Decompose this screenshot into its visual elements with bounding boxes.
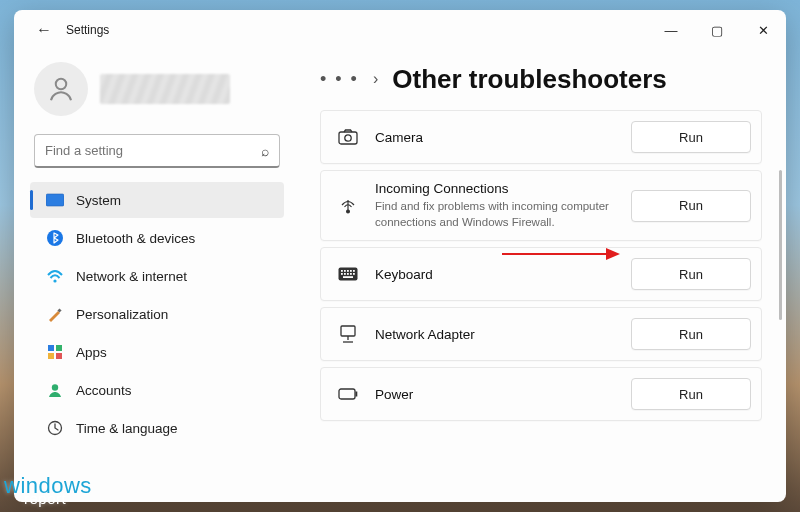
search-icon: ⌕ [261, 143, 269, 159]
svg-rect-6 [48, 345, 54, 351]
svg-point-14 [347, 210, 350, 213]
troubleshooter-title: Camera [375, 130, 615, 145]
page-title: Other troubleshooters [392, 64, 666, 95]
svg-rect-22 [344, 273, 346, 275]
run-button-power[interactable]: Run [631, 378, 751, 410]
breadcrumb-overflow-button[interactable]: • • • [320, 69, 359, 90]
svg-rect-24 [350, 273, 352, 275]
network-adapter-icon [337, 323, 359, 345]
svg-point-10 [52, 384, 58, 390]
apps-icon [46, 343, 64, 361]
run-button-incoming[interactable]: Run [631, 190, 751, 222]
vertical-scrollbar[interactable] [779, 170, 782, 320]
svg-rect-25 [353, 273, 355, 275]
troubleshooter-keyboard: Keyboard Run [320, 247, 762, 301]
system-icon [46, 191, 64, 209]
watermark: windows report [4, 477, 92, 506]
camera-icon [337, 126, 359, 148]
sidebar-item-bluetooth[interactable]: Bluetooth & devices [30, 220, 284, 256]
close-button[interactable]: ✕ [740, 10, 786, 50]
maximize-button[interactable]: ▢ [694, 10, 740, 50]
accounts-icon [46, 381, 64, 399]
svg-rect-26 [343, 276, 353, 278]
sidebar-item-label: Bluetooth & devices [76, 231, 195, 246]
troubleshooter-title: Power [375, 387, 615, 402]
search-box[interactable]: ⌕ [34, 134, 280, 168]
troubleshooter-power: Power Run [320, 367, 762, 421]
troubleshooter-camera: Camera Run [320, 110, 762, 164]
profile-section[interactable] [30, 56, 284, 130]
back-button[interactable]: ← [30, 21, 58, 39]
breadcrumb: • • • › Other troubleshooters [320, 56, 772, 102]
window-controls: — ▢ ✕ [648, 10, 786, 50]
troubleshooter-description: Find and fix problems with incoming comp… [375, 199, 615, 230]
svg-rect-19 [350, 270, 352, 272]
sidebar-item-system[interactable]: System [30, 182, 284, 218]
chevron-right-icon: › [373, 70, 378, 88]
personalization-icon [46, 305, 64, 323]
sidebar-item-label: Apps [76, 345, 107, 360]
nav-list: System Bluetooth & devices Network & int… [30, 182, 284, 446]
svg-rect-27 [341, 326, 355, 336]
sidebar-item-network[interactable]: Network & internet [30, 258, 284, 294]
run-button-network-adapter[interactable]: Run [631, 318, 751, 350]
sidebar-item-personalization[interactable]: Personalization [30, 296, 284, 332]
troubleshooter-title: Keyboard [375, 267, 615, 282]
svg-rect-20 [353, 270, 355, 272]
profile-name-redacted [100, 74, 230, 104]
time-language-icon [46, 419, 64, 437]
svg-rect-18 [347, 270, 349, 272]
sidebar-item-accounts[interactable]: Accounts [30, 372, 284, 408]
svg-rect-7 [56, 345, 62, 351]
svg-rect-17 [344, 270, 346, 272]
incoming-connections-icon [337, 195, 359, 217]
svg-rect-1 [46, 194, 64, 206]
troubleshooter-list: Camera Run Incoming Connections Find and… [320, 110, 772, 421]
sidebar-item-label: Personalization [76, 307, 168, 322]
sidebar: ⌕ System Bluetooth & devices [14, 50, 292, 502]
sidebar-item-label: Time & language [76, 421, 178, 436]
svg-rect-23 [347, 273, 349, 275]
svg-point-4 [53, 279, 56, 282]
keyboard-icon [337, 263, 359, 285]
sidebar-item-apps[interactable]: Apps [30, 334, 284, 370]
sidebar-item-time-language[interactable]: Time & language [30, 410, 284, 446]
minimize-button[interactable]: — [648, 10, 694, 50]
troubleshooter-title: Network Adapter [375, 327, 615, 342]
troubleshooter-network-adapter: Network Adapter Run [320, 307, 762, 361]
svg-point-0 [56, 79, 67, 90]
svg-rect-21 [341, 273, 343, 275]
settings-window: ← Settings — ▢ ✕ ⌕ [14, 10, 786, 502]
run-button-keyboard[interactable]: Run [631, 258, 751, 290]
bluetooth-icon [46, 229, 64, 247]
titlebar: ← Settings — ▢ ✕ [14, 10, 786, 50]
sidebar-item-label: System [76, 193, 121, 208]
svg-rect-16 [341, 270, 343, 272]
sidebar-item-label: Accounts [76, 383, 132, 398]
svg-rect-9 [56, 353, 62, 359]
svg-rect-12 [339, 132, 357, 144]
svg-point-13 [345, 135, 351, 141]
svg-rect-29 [356, 392, 358, 397]
window-title: Settings [66, 23, 109, 37]
power-icon [337, 383, 359, 405]
sidebar-item-label: Network & internet [76, 269, 187, 284]
network-icon [46, 267, 64, 285]
troubleshooter-title: Incoming Connections [375, 181, 615, 196]
avatar [34, 62, 88, 116]
content-area: • • • › Other troubleshooters Camera Run [292, 50, 786, 502]
svg-rect-8 [48, 353, 54, 359]
troubleshooter-incoming-connections: Incoming Connections Find and fix proble… [320, 170, 762, 241]
svg-rect-28 [339, 389, 355, 399]
run-button-camera[interactable]: Run [631, 121, 751, 153]
search-input[interactable] [45, 143, 261, 158]
